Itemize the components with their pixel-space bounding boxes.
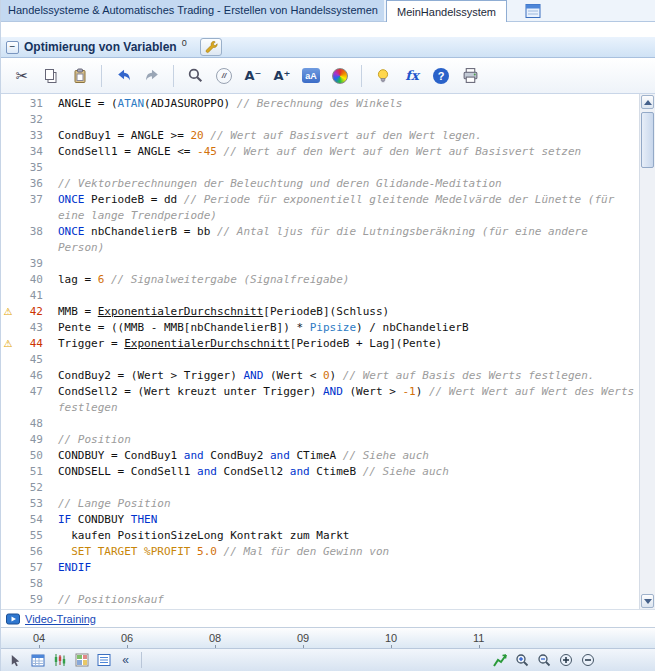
indicator-grid-button[interactable] [72,651,91,670]
lightbulb-icon [375,68,391,84]
tab-label: MeinHandelssystem [397,6,496,18]
code-token: -1 [402,385,415,398]
font-increase-button[interactable]: A⁺ [269,63,295,89]
chart-window-icon-svg [525,3,541,19]
copy-button[interactable] [38,63,64,89]
code-text: ONCE PeriodeB = dd // Periode für expone… [49,192,639,224]
line-number: 46 [15,368,49,384]
zoom-out-button[interactable] [534,651,553,670]
code-token: lag = [58,273,98,286]
code-token: 0 [323,369,330,382]
code-line: 47CondSell2 = (Wert kreuzt unter Trigger… [1,384,639,416]
optimize-variables-button[interactable] [200,38,222,56]
list-view-button[interactable] [94,651,113,670]
cursor-icon [9,654,22,667]
zoom-minus-button[interactable] [578,651,597,670]
line-number: 41 [15,288,49,304]
line-number: 39 [15,256,49,272]
collapse-button[interactable]: − [6,41,19,54]
code-text: // Position [49,432,639,448]
insert-function-button[interactable]: fx [399,63,425,89]
code-token: // Wert auf Basis des Werts festlegen. [343,369,595,382]
scroll-up-button[interactable] [641,95,654,109]
time-axis: 040608091011 [1,627,655,648]
code-token [230,97,237,110]
warning-spacer [1,416,15,432]
code-text: MMB = ExponentialerDurchschnitt[PeriodeB… [49,304,639,320]
code-text: SET TARGET %PROFIT 5.0 // Mal für den Ge… [49,544,639,560]
code-text: CONDBUY = CondBuy1 and CondBuy2 and CTim… [49,448,639,464]
code-text [49,160,639,176]
calendar-icon [31,653,45,667]
line-number: 48 [15,416,49,432]
code-line: 58 [1,576,639,592]
cursor-tool-button[interactable] [6,651,25,670]
line-number: 45 [15,352,49,368]
code-line: 35 [1,160,639,176]
chart-window-icon[interactable] [525,3,541,19]
help-button[interactable]: ? [428,63,454,89]
autoscale-icon [493,653,507,667]
search-button[interactable] [182,63,208,89]
list-icon [97,653,111,667]
code-token: // Vektorberechnungen der Beleuchtung un… [58,177,502,190]
line-number: 44 [15,336,49,352]
zoom-plus-button[interactable] [556,651,575,670]
code-token: (Wert < [263,369,323,382]
code-token: Trigger = [58,337,124,350]
autoscale-button[interactable] [490,651,509,670]
warning-icon[interactable]: ⚠ [1,304,15,320]
code-token: CONDBUY [71,513,131,526]
code-token: // Siehe auch [363,465,449,478]
code-text: // Lange Position [49,496,639,512]
line-number: 31 [15,96,49,112]
axis-label: 04 [33,632,45,644]
code-token: MMB = [58,305,98,318]
font-decrease-button[interactable]: A⁻ [240,63,266,89]
code-text: ENDIF [49,560,639,576]
code-text: Trigger = ExponentialerDurchschnitt[Peri… [49,336,639,352]
font-case-button[interactable]: aA [298,63,324,89]
zoom-in-button[interactable] [512,651,531,670]
vertical-scrollbar[interactable] [639,94,655,609]
scrollbar-thumb[interactable] [641,112,654,168]
chart-type-button[interactable] [50,651,69,670]
code-token: // Mal für den Gewinn von [224,545,390,558]
code-token: CONDBUY = CondBuy1 [58,449,184,462]
code-token: ONCE [58,193,85,206]
scroll-down-button[interactable] [641,594,654,608]
code-line: 51CONDSELL = CondSell1 and CondSell2 and… [1,464,639,480]
titlebar: Handelssysteme & Automatisches Trading -… [1,0,655,22]
toggle-comment-button[interactable]: // [211,63,237,89]
warning-icon[interactable]: ⚠ [1,336,15,352]
code-token: CondBuy2 = (Wert > Trigger) [58,369,243,382]
scroll-back-button[interactable]: « [116,651,135,670]
code-token: // Wert auf Basisvert auf den Wert legen… [210,129,482,142]
color-settings-button[interactable] [327,63,353,89]
warning-spacer [1,544,15,560]
redo-button[interactable] [139,63,165,89]
code-text: CondSell1 = ANGLE <= -45 // Wert auf den… [49,144,639,160]
paste-icon [72,68,88,84]
code-token: nbChandelierB = bb [85,225,217,238]
print-button[interactable] [457,63,483,89]
code-lines[interactable]: 31ANGLE = (ATAN(ADJASUROPPO) // Berechnu… [1,96,639,609]
calendar-button[interactable] [28,651,47,670]
undo-button[interactable] [110,63,136,89]
code-token: // Siehe auch [343,449,429,462]
paste-button[interactable] [67,63,93,89]
zoom-in-magnifier-icon [515,653,529,667]
tab-mein-handelssystem[interactable]: MeinHandelssystem [386,0,507,22]
warning-spacer [1,352,15,368]
code-token: AND [323,385,343,398]
cut-button[interactable]: ✂ [9,63,35,89]
hint-button[interactable] [370,63,396,89]
warning-spacer [1,192,15,224]
warning-spacer [1,128,15,144]
video-training-link[interactable]: Video-Training [25,613,96,625]
code-line: 49// Position [1,432,639,448]
code-line: 52 [1,480,639,496]
code-token [217,145,224,158]
line-number: 40 [15,272,49,288]
line-number: 32 [15,112,49,128]
